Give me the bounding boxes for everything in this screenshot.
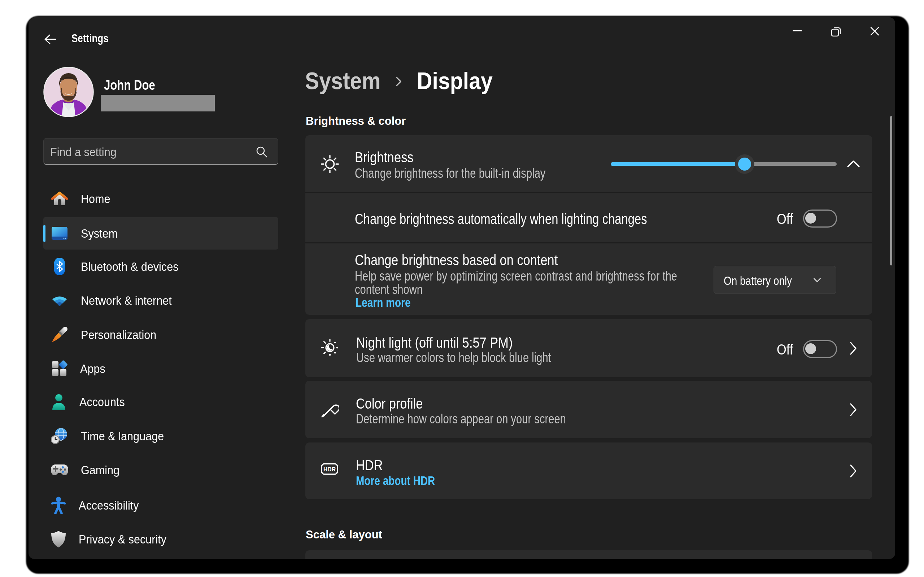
svg-text:HDR: HDR	[323, 466, 336, 472]
